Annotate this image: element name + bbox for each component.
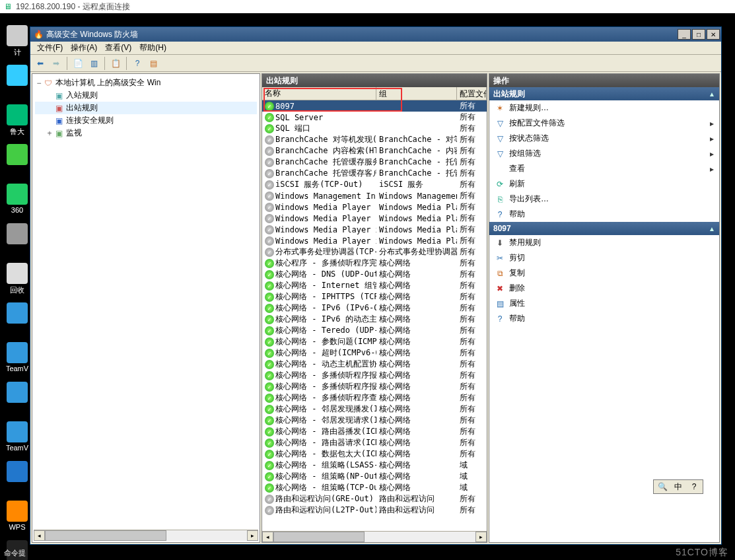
col-profile[interactable]: 配置文件 <box>457 87 487 100</box>
tree-item[interactable]: +▣监视 <box>35 127 257 139</box>
rule-row[interactable]: ✓BranchCache 对等机发现(WSD-Out)BranchCache -… <box>262 134 487 145</box>
ime-button[interactable]: 中 <box>672 481 684 493</box>
action-item[interactable]: ▽按配置文件筛选▸ <box>489 116 719 131</box>
menu-item[interactable]: 文件(F) <box>33 42 67 53</box>
up-button[interactable]: 📄 <box>71 56 85 71</box>
rule-row[interactable]: ✓Windows Media Player x86 (TCP-Out)Windo… <box>262 224 487 235</box>
action-item[interactable]: ✖删除 <box>489 281 719 296</box>
tree-item[interactable]: ▣出站规则 <box>35 102 257 114</box>
tree-hscroll[interactable]: ◂▸ <box>34 530 258 541</box>
rule-row[interactable]: ✓路由和远程访问(GRE-Out)路由和远程访问所有 <box>262 493 487 505</box>
desktop-icon[interactable] <box>4 144 30 184</box>
action-item[interactable]: ▤属性 <box>489 296 719 311</box>
help-button[interactable]: ? <box>130 56 145 71</box>
action-item[interactable]: ?帮助 <box>489 311 719 326</box>
rule-row[interactable]: ✓Windows Management Instrumentation…Wind… <box>262 190 487 201</box>
desktop-icon[interactable]: WPS <box>4 501 30 540</box>
desktop-icon[interactable]: 360 <box>4 184 30 223</box>
ime-toolbar[interactable]: 🔍中? <box>653 479 703 494</box>
rule-row[interactable]: ✓路由和远程访问(L2TP-Out)路由和远程访问所有 <box>262 505 487 516</box>
rule-row[interactable]: ✓核心网络 - Internet 组管理协议(IGM…核心网络所有 <box>262 280 487 291</box>
action-item[interactable]: ⎘导出列表… <box>489 192 719 207</box>
close-button[interactable]: ✕ <box>707 29 720 40</box>
rule-row[interactable]: ✓8097所有 <box>262 100 487 112</box>
desktop-icon[interactable] <box>4 461 30 501</box>
tree-item[interactable]: ▣连接安全规则 <box>35 114 257 127</box>
desktop-icon[interactable]: TeamV <box>4 421 30 461</box>
rule-row[interactable]: ✓核心网络 - IPv6 的动态主机配置协议…核心网络所有 <box>262 314 487 325</box>
rule-row[interactable]: ✓核心网络 - IPv6 (IPv6-Out)核心网络所有 <box>262 302 487 314</box>
forward-button[interactable]: ➡ <box>49 56 63 71</box>
collapse-icon[interactable]: ▲ <box>709 90 715 98</box>
rule-row[interactable]: ✓核心网络 - 邻居发现请求(ICMPv6-Out)核心网络所有 <box>262 415 487 426</box>
action-item[interactable]: ▽按状态筛选▸ <box>489 131 719 146</box>
rule-row[interactable]: ✓核心网络 - 组策略(NP-Out)核心网络域 <box>262 471 487 482</box>
action-item[interactable]: ⧉复制 <box>489 265 719 281</box>
action-item[interactable]: ✶新建规则… <box>489 100 719 116</box>
rule-row[interactable]: ✓Windows Media Player (TCP-Out)Windows M… <box>262 201 487 213</box>
desktop-icon[interactable]: 计 <box>4 25 30 65</box>
rule-row[interactable]: ✓BranchCache 托管缓存服务器(HTTP-Out)BranchCach… <box>262 157 487 168</box>
rule-row[interactable]: ✓核心网络 - 数据包太大(ICMPv6-Out)核心网络所有 <box>262 448 487 460</box>
rule-row[interactable]: ✓Windows Media Player (UDP-Out)Windows M… <box>262 213 487 224</box>
rule-row[interactable]: ✓核心网络 - 参数问题(ICMPv6-Out)核心网络所有 <box>262 336 487 347</box>
rule-row[interactable]: ✓核心网络 - 多播侦听程序报告(ICMPv6…核心网络所有 <box>262 381 487 392</box>
rule-row[interactable]: ✓BranchCache 托管缓存客户端(HTTP-Out)BranchCach… <box>262 168 487 179</box>
desktop-icon[interactable]: 鲁大 <box>4 104 30 144</box>
rule-row[interactable]: ✓核心网络 - 路由器请求(ICMPv6-Out)核心网络所有 <box>262 437 487 448</box>
rule-row[interactable]: ✓Windows Media Player x86 (UDP-Out)Windo… <box>262 235 487 246</box>
rule-row[interactable]: ✓核心网络 - Teredo (UDP-Out)核心网络所有 <box>262 325 487 336</box>
scope-tree[interactable]: − 🛡 本地计算机 上的高级安全 Win ▣入站规则▣出站规则▣连接安全规则+▣… <box>34 75 258 530</box>
action-section-title[interactable]: 8097▲ <box>489 222 719 235</box>
rule-row[interactable]: ✓核心网络 - 邻居发现播发(ICMPv6-Out)核心网络所有 <box>262 403 487 415</box>
rule-row[interactable]: ✓核心网络 - IPHTTPS (TCP-Out)核心网络所有 <box>262 291 487 302</box>
tree-root[interactable]: − 🛡 本地计算机 上的高级安全 Win <box>35 77 257 89</box>
rule-row[interactable]: ✓核心网络 - 多播侦听程序报告 v2 (IC…核心网络所有 <box>262 370 487 381</box>
action-item[interactable]: ⟳刷新 <box>489 176 719 192</box>
window-titlebar[interactable]: 🔥 高级安全 Windows 防火墙 _ □ ✕ <box>30 27 721 42</box>
list-hscroll[interactable]: ◂▸ <box>262 531 487 542</box>
ime-button[interactable]: 🔍 <box>656 481 668 493</box>
action-item[interactable]: ⬇禁用规则 <box>489 235 719 250</box>
desktop-icon[interactable] <box>4 223 30 263</box>
tree-item[interactable]: ▣入站规则 <box>35 89 257 102</box>
rule-row[interactable]: ✓SQL 端口所有 <box>262 123 487 134</box>
maximize-button[interactable]: □ <box>692 29 705 40</box>
show-tree-button[interactable]: ▥ <box>87 56 101 71</box>
action-section-title[interactable]: 出站规则▲ <box>489 87 719 100</box>
collapse-icon[interactable]: ▲ <box>709 225 715 232</box>
minimize-button[interactable]: _ <box>678 29 691 40</box>
desktop-icon[interactable]: TeamV <box>4 342 30 382</box>
rules-list[interactable]: ✓8097所有✓SQL Server所有✓SQL 端口所有✓BranchCach… <box>262 100 487 531</box>
desktop-icon[interactable] <box>4 302 30 342</box>
rule-row[interactable]: ✓核心网络 - 组策略(LSASS-Out)核心网络域 <box>262 460 487 471</box>
menu-item[interactable]: 帮助(H) <box>135 42 170 53</box>
rule-row[interactable]: ✓核心网络 - 路由器播发(ICMPv6-Out)核心网络所有 <box>262 426 487 437</box>
desktop-icon[interactable]: 回收 <box>4 263 30 302</box>
export-button[interactable]: 📋 <box>108 56 123 71</box>
rule-row[interactable]: ✓核心网络 - 动态主机配置协议(DHCP-Out)核心网络所有 <box>262 359 487 370</box>
rule-row[interactable]: ✓iSCSI 服务(TCP-Out)iSCSI 服务所有 <box>262 179 487 190</box>
rule-row[interactable]: ✓核心网络 - 多播侦听程序查询(ICMPv6…核心网络所有 <box>262 392 487 403</box>
back-button[interactable]: ⬅ <box>33 56 48 71</box>
props-button[interactable]: ▤ <box>146 56 160 71</box>
desktop-icon[interactable] <box>4 382 30 421</box>
action-item[interactable]: ✂剪切 <box>489 250 719 265</box>
list-header[interactable]: 名称 组 配置文件 <box>262 87 487 100</box>
menu-item[interactable]: 操作(A) <box>67 42 101 53</box>
action-item[interactable]: ?帮助 <box>489 207 719 222</box>
rule-row[interactable]: ✓核心网络 - 超时(ICMPv6-Out)核心网络所有 <box>262 347 487 359</box>
col-group[interactable]: 组 <box>376 87 457 100</box>
desktop-icon[interactable] <box>4 65 30 104</box>
rule-row[interactable]: ✓核心网络 - DNS (UDP-Out)核心网络所有 <box>262 269 487 280</box>
action-item[interactable]: ▽按组筛选▸ <box>489 146 719 161</box>
rule-row[interactable]: ✓核心程序 - 多播侦听程序完成(ICMPv6…核心网络所有 <box>262 258 487 269</box>
rule-row[interactable]: ✓分布式事务处理协调器(TCP-Out)分布式事务处理协调器所有 <box>262 246 487 258</box>
rule-row[interactable]: ✓SQL Server所有 <box>262 112 487 123</box>
col-name[interactable]: 名称 <box>262 87 376 100</box>
menu-item[interactable]: 查看(V) <box>101 42 135 53</box>
rule-row[interactable]: ✓核心网络 - 组策略(TCP-Out)核心网络域 <box>262 482 487 493</box>
rule-row[interactable]: ✓BranchCache 内容检索(HTTP-Out)BranchCache -… <box>262 145 487 157</box>
ime-button[interactable]: ? <box>688 481 700 493</box>
action-item[interactable]: 查看▸ <box>489 161 719 176</box>
